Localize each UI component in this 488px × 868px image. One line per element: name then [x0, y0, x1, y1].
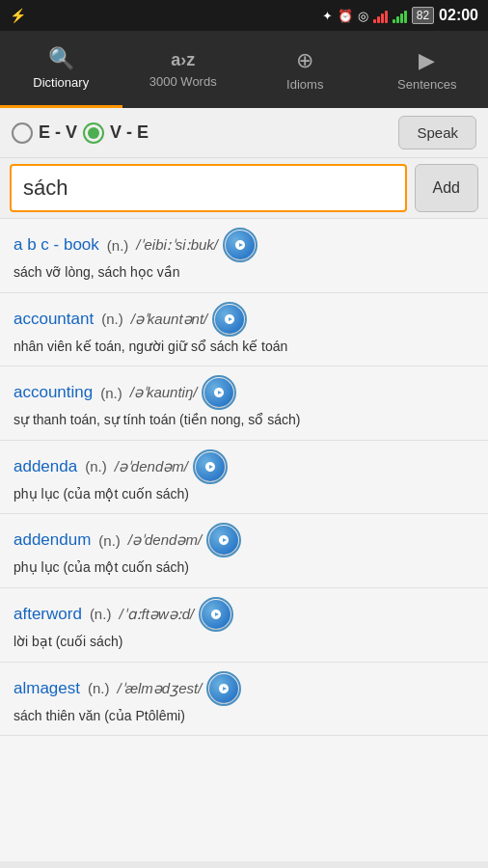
word-pos-1: (n.) — [101, 311, 123, 327]
signal-bars-1 — [373, 8, 388, 23]
word-pos-6: (n.) — [88, 680, 110, 696]
word-title-1[interactable]: accountant — [14, 310, 94, 329]
audio-button-1[interactable] — [215, 305, 244, 334]
word-phonetic-5: /ˈɑːftəwəːd/ — [119, 606, 194, 623]
word-phonetic-4: /əˈdendəm/ — [128, 531, 202, 549]
word-pos-2: (n.) — [100, 385, 122, 401]
word-entry-1: accountant (n.) /əˈkauntənt/ nhân viên k… — [0, 293, 488, 367]
word-phonetic-2: /əˈkauntiŋ/ — [130, 384, 198, 401]
word-entry-4: addendum (n.) /əˈdendəm/ phụ lục (của mộ… — [0, 514, 488, 588]
status-right-icons: ✦ ⏰ ◎ 82 02:00 — [322, 7, 478, 24]
usb-icon: ⚡ — [10, 8, 26, 23]
word-title-2[interactable]: accounting — [14, 383, 93, 402]
battery-level: 82 — [417, 9, 429, 22]
speak-button[interactable]: Speak — [398, 116, 476, 149]
word-header-5: afterword (n.) /ˈɑːftəwəːd/ — [14, 600, 474, 629]
word-meaning-2: sự thanh toán, sự tính toán (tiền nong, … — [14, 411, 474, 430]
tab-sentences-label: Sentences — [397, 77, 456, 92]
word-header-1: accountant (n.) /əˈkauntənt/ — [14, 305, 474, 334]
tab-idioms-label: Idioms — [286, 77, 323, 92]
word-entry-3: addenda (n.) /əˈdendəm/ phụ lục (của một… — [0, 441, 488, 515]
status-left-icons: ⚡ — [10, 8, 26, 23]
tab-bar: 🔍 Dictionary a›z 3000 Words ⊕ Idioms ▶ S… — [0, 31, 488, 108]
word-phonetic-1: /əˈkauntənt/ — [131, 311, 208, 328]
word-entry-6: almagest (n.) /ˈælmədʒest/ sách thiên vă… — [0, 663, 488, 737]
tab-dictionary-label: Dictionary — [33, 75, 89, 90]
word-pos-4: (n.) — [98, 532, 121, 549]
tab-3000words[interactable]: a›z 3000 Words — [122, 31, 245, 108]
word-meaning-1: nhân viên kế toán, người giữ sổ sách kế … — [14, 338, 474, 357]
direction-ve: V - E — [110, 122, 149, 143]
word-entry-2: accounting (n.) /əˈkauntiŋ/ sự thanh toá… — [0, 366, 488, 441]
audio-button-0[interactable] — [226, 231, 255, 259]
bluetooth-icon: ✦ — [322, 9, 333, 23]
battery-icon: 82 — [412, 7, 434, 24]
word-phonetic-3: /əˈdendəm/ — [115, 458, 188, 475]
word-header-0: a b c - book (n.) /ˈeibiːˈsiːbuk/ — [14, 231, 474, 259]
word-meaning-5: lời bạt (cuối sách) — [14, 633, 474, 652]
dictionary-icon: 🔍 — [48, 46, 74, 71]
gps-icon: ◎ — [358, 9, 368, 23]
alarm-icon: ⏰ — [338, 9, 353, 23]
word-title-3[interactable]: addenda — [14, 457, 77, 476]
search-bar: Add — [0, 158, 488, 219]
audio-button-3[interactable] — [196, 452, 225, 481]
3000words-icon: a›z — [171, 50, 195, 70]
word-header-2: accounting (n.) /əˈkauntiŋ/ — [14, 378, 474, 407]
word-phonetic-6: /ˈælmədʒest/ — [117, 680, 202, 697]
audio-button-2[interactable] — [204, 378, 233, 407]
radio-ve[interactable] — [83, 122, 104, 144]
word-meaning-0: sách vỡ lòng, sách học vần — [14, 263, 474, 283]
word-title-6[interactable]: almagest — [14, 679, 80, 698]
word-list: a b c - book (n.) /ˈeibiːˈsiːbuk/ sách v… — [0, 219, 488, 861]
tab-sentences[interactable]: ▶ Sentences — [366, 31, 489, 108]
search-input[interactable] — [10, 164, 407, 212]
sentences-icon: ▶ — [419, 48, 435, 73]
audio-button-5[interactable] — [202, 600, 230, 629]
word-pos-0: (n.) — [107, 237, 129, 254]
radio-ev[interactable] — [12, 122, 33, 144]
tab-idioms[interactable]: ⊕ Idioms — [244, 31, 366, 108]
tab-3000words-label: 3000 Words — [149, 74, 217, 89]
audio-button-4[interactable] — [209, 526, 238, 555]
direction-ev: E - V — [39, 122, 77, 143]
word-meaning-3: phụ lục (của một cuốn sách) — [14, 485, 474, 504]
add-button[interactable]: Add — [415, 164, 478, 212]
word-phonetic-0: /ˈeibiːˈsiːbuk/ — [136, 236, 218, 254]
tab-dictionary[interactable]: 🔍 Dictionary — [0, 31, 122, 108]
word-meaning-4: phụ lục (của một cuốn sách) — [14, 558, 474, 578]
word-header-6: almagest (n.) /ˈælmədʒest/ — [14, 674, 474, 703]
word-entry-5: afterword (n.) /ˈɑːftəwəːd/ lời bạt (cuố… — [0, 588, 488, 663]
word-pos-5: (n.) — [90, 606, 112, 622]
time-display: 02:00 — [439, 7, 478, 24]
audio-button-6[interactable] — [209, 674, 238, 703]
idioms-icon: ⊕ — [296, 48, 313, 73]
direction-selector[interactable]: E - V V - E — [12, 122, 149, 144]
word-title-5[interactable]: afterword — [14, 605, 82, 624]
word-pos-3: (n.) — [85, 458, 107, 475]
word-header-4: addendum (n.) /əˈdendəm/ — [14, 526, 474, 555]
status-bar: ⚡ ✦ ⏰ ◎ 82 02:00 — [0, 0, 488, 31]
radio-dot — [88, 127, 99, 139]
word-title-0[interactable]: a b c - book — [14, 235, 99, 255]
signal-bars-2 — [393, 8, 407, 23]
word-header-3: addenda (n.) /əˈdendəm/ — [14, 452, 474, 481]
word-entry-0: a b c - book (n.) /ˈeibiːˈsiːbuk/ sách v… — [0, 219, 488, 293]
word-title-4[interactable]: addendum — [14, 530, 91, 550]
word-meaning-6: sách thiên văn (của Ptôlêmi) — [14, 707, 474, 726]
direction-bar: E - V V - E Speak — [0, 108, 488, 158]
